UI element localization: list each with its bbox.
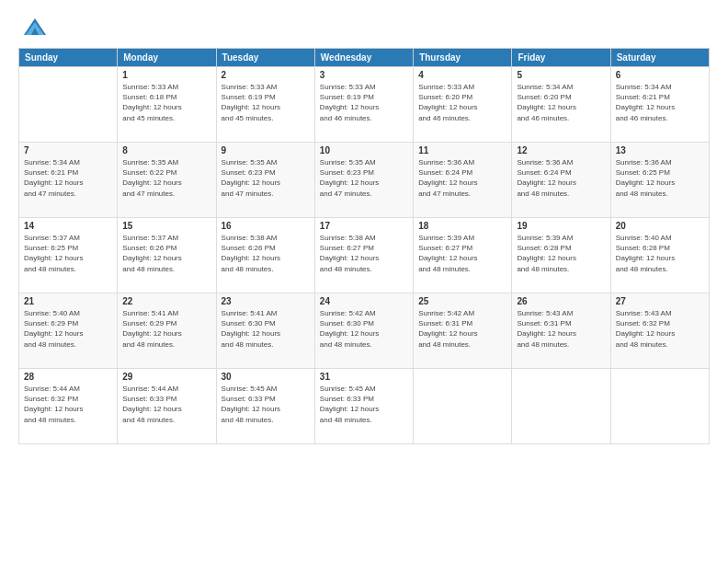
calendar-cell: 7Sunrise: 5:34 AMSunset: 6:21 PMDaylight… <box>19 143 118 218</box>
calendar-cell: 22Sunrise: 5:41 AMSunset: 6:29 PMDayligh… <box>118 293 216 369</box>
page: SundayMondayTuesdayWednesdayThursdayFrid… <box>0 0 728 563</box>
calendar: SundayMondayTuesdayWednesdayThursdayFrid… <box>18 48 710 444</box>
day-number: 28 <box>24 372 112 382</box>
calendar-cell: 8Sunrise: 5:35 AMSunset: 6:22 PMDaylight… <box>118 143 216 218</box>
day-info: Sunrise: 5:45 AMSunset: 6:33 PMDaylight:… <box>222 384 310 425</box>
calendar-cell <box>414 369 512 444</box>
day-info: Sunrise: 5:42 AMSunset: 6:31 PMDaylight:… <box>418 308 506 350</box>
day-info: Sunrise: 5:41 AMSunset: 6:29 PMDaylight:… <box>122 308 210 350</box>
calendar-cell: 10Sunrise: 5:35 AMSunset: 6:23 PMDayligh… <box>314 143 413 218</box>
day-info: Sunrise: 5:37 AMSunset: 6:26 PMDaylight:… <box>122 233 210 274</box>
header-day-thursday: Thursday <box>414 49 512 67</box>
header-row: SundayMondayTuesdayWednesdayThursdayFrid… <box>19 49 710 67</box>
day-number: 31 <box>320 372 408 382</box>
day-info: Sunrise: 5:44 AMSunset: 6:33 PMDaylight:… <box>122 384 210 425</box>
day-number: 25 <box>418 296 506 306</box>
day-number: 13 <box>616 145 704 155</box>
calendar-cell: 3Sunrise: 5:33 AMSunset: 6:19 PMDaylight… <box>314 67 413 143</box>
day-number: 7 <box>24 145 112 155</box>
calendar-cell: 18Sunrise: 5:39 AMSunset: 6:27 PMDayligh… <box>414 218 512 293</box>
day-number: 29 <box>122 372 210 382</box>
calendar-cell: 13Sunrise: 5:36 AMSunset: 6:25 PMDayligh… <box>610 143 709 218</box>
calendar-cell: 5Sunrise: 5:34 AMSunset: 6:20 PMDaylight… <box>512 67 610 143</box>
day-number: 20 <box>616 221 704 231</box>
header-day-wednesday: Wednesday <box>314 49 413 67</box>
day-number: 9 <box>222 145 310 155</box>
day-info: Sunrise: 5:35 AMSunset: 6:22 PMDaylight:… <box>122 157 210 199</box>
day-number: 18 <box>418 221 506 231</box>
day-info: Sunrise: 5:42 AMSunset: 6:30 PMDaylight:… <box>320 308 408 350</box>
day-number: 15 <box>122 221 210 231</box>
calendar-cell: 19Sunrise: 5:39 AMSunset: 6:28 PMDayligh… <box>512 218 610 293</box>
day-info: Sunrise: 5:33 AMSunset: 6:18 PMDaylight:… <box>122 82 210 123</box>
day-number: 19 <box>517 221 605 231</box>
day-number: 16 <box>222 221 310 231</box>
calendar-header: SundayMondayTuesdayWednesdayThursdayFrid… <box>19 49 710 67</box>
day-number: 30 <box>222 372 310 382</box>
calendar-cell: 16Sunrise: 5:38 AMSunset: 6:26 PMDayligh… <box>216 218 314 293</box>
day-number: 10 <box>320 145 408 155</box>
day-info: Sunrise: 5:36 AMSunset: 6:24 PMDaylight:… <box>517 157 605 199</box>
calendar-cell: 27Sunrise: 5:43 AMSunset: 6:32 PMDayligh… <box>610 293 709 369</box>
day-number: 6 <box>616 70 704 80</box>
calendar-cell: 12Sunrise: 5:36 AMSunset: 6:24 PMDayligh… <box>512 143 610 218</box>
header-day-tuesday: Tuesday <box>216 49 314 67</box>
day-info: Sunrise: 5:38 AMSunset: 6:26 PMDaylight:… <box>222 233 310 274</box>
day-info: Sunrise: 5:39 AMSunset: 6:28 PMDaylight:… <box>517 233 605 274</box>
day-info: Sunrise: 5:37 AMSunset: 6:25 PMDaylight:… <box>24 233 112 274</box>
calendar-cell: 6Sunrise: 5:34 AMSunset: 6:21 PMDaylight… <box>610 67 709 143</box>
week-row-4: 28Sunrise: 5:44 AMSunset: 6:32 PMDayligh… <box>19 369 710 444</box>
week-row-1: 7Sunrise: 5:34 AMSunset: 6:21 PMDaylight… <box>19 143 710 218</box>
calendar-cell: 20Sunrise: 5:40 AMSunset: 6:28 PMDayligh… <box>610 218 709 293</box>
day-number: 27 <box>616 296 704 306</box>
calendar-cell: 21Sunrise: 5:40 AMSunset: 6:29 PMDayligh… <box>19 293 118 369</box>
calendar-cell: 15Sunrise: 5:37 AMSunset: 6:26 PMDayligh… <box>118 218 216 293</box>
day-info: Sunrise: 5:39 AMSunset: 6:27 PMDaylight:… <box>418 233 506 274</box>
calendar-cell: 9Sunrise: 5:35 AMSunset: 6:23 PMDaylight… <box>216 143 314 218</box>
calendar-cell: 4Sunrise: 5:33 AMSunset: 6:20 PMDaylight… <box>414 67 512 143</box>
day-info: Sunrise: 5:43 AMSunset: 6:31 PMDaylight:… <box>517 308 605 350</box>
day-number: 5 <box>517 70 605 80</box>
day-info: Sunrise: 5:38 AMSunset: 6:27 PMDaylight:… <box>320 233 408 274</box>
header-day-friday: Friday <box>512 49 610 67</box>
day-number: 26 <box>517 296 605 306</box>
day-number: 22 <box>122 296 210 306</box>
calendar-cell: 1Sunrise: 5:33 AMSunset: 6:18 PMDaylight… <box>118 67 216 143</box>
day-info: Sunrise: 5:36 AMSunset: 6:25 PMDaylight:… <box>616 157 704 199</box>
day-info: Sunrise: 5:34 AMSunset: 6:21 PMDaylight:… <box>24 157 112 199</box>
week-row-0: 1Sunrise: 5:33 AMSunset: 6:18 PMDaylight… <box>19 67 710 143</box>
day-info: Sunrise: 5:33 AMSunset: 6:19 PMDaylight:… <box>320 82 408 123</box>
day-info: Sunrise: 5:40 AMSunset: 6:28 PMDaylight:… <box>616 233 704 274</box>
calendar-cell <box>610 369 709 444</box>
day-info: Sunrise: 5:45 AMSunset: 6:33 PMDaylight:… <box>320 384 408 425</box>
day-info: Sunrise: 5:40 AMSunset: 6:29 PMDaylight:… <box>24 308 112 350</box>
day-number: 17 <box>320 221 408 231</box>
calendar-cell: 17Sunrise: 5:38 AMSunset: 6:27 PMDayligh… <box>314 218 413 293</box>
day-number: 14 <box>24 221 112 231</box>
day-number: 24 <box>320 296 408 306</box>
calendar-cell <box>19 67 118 143</box>
day-number: 8 <box>122 145 210 155</box>
calendar-cell: 11Sunrise: 5:36 AMSunset: 6:24 PMDayligh… <box>414 143 512 218</box>
calendar-cell: 14Sunrise: 5:37 AMSunset: 6:25 PMDayligh… <box>19 218 118 293</box>
calendar-cell: 26Sunrise: 5:43 AMSunset: 6:31 PMDayligh… <box>512 293 610 369</box>
day-info: Sunrise: 5:34 AMSunset: 6:20 PMDaylight:… <box>517 82 605 123</box>
calendar-cell: 28Sunrise: 5:44 AMSunset: 6:32 PMDayligh… <box>19 369 118 444</box>
header-day-sunday: Sunday <box>19 49 118 67</box>
day-number: 4 <box>418 70 506 80</box>
logo-icon <box>22 15 48 40</box>
day-info: Sunrise: 5:35 AMSunset: 6:23 PMDaylight:… <box>222 157 310 199</box>
day-number: 2 <box>222 70 310 80</box>
header-day-saturday: Saturday <box>610 49 709 67</box>
calendar-cell <box>512 369 610 444</box>
day-info: Sunrise: 5:35 AMSunset: 6:23 PMDaylight:… <box>320 157 408 199</box>
header-day-monday: Monday <box>118 49 216 67</box>
calendar-body: 1Sunrise: 5:33 AMSunset: 6:18 PMDaylight… <box>19 67 710 444</box>
day-number: 21 <box>24 296 112 306</box>
day-info: Sunrise: 5:33 AMSunset: 6:19 PMDaylight:… <box>222 82 310 123</box>
calendar-cell: 31Sunrise: 5:45 AMSunset: 6:33 PMDayligh… <box>314 369 413 444</box>
day-number: 1 <box>122 70 210 80</box>
day-info: Sunrise: 5:33 AMSunset: 6:20 PMDaylight:… <box>418 82 506 123</box>
day-info: Sunrise: 5:43 AMSunset: 6:32 PMDaylight:… <box>616 308 704 350</box>
day-info: Sunrise: 5:44 AMSunset: 6:32 PMDaylight:… <box>24 384 112 425</box>
